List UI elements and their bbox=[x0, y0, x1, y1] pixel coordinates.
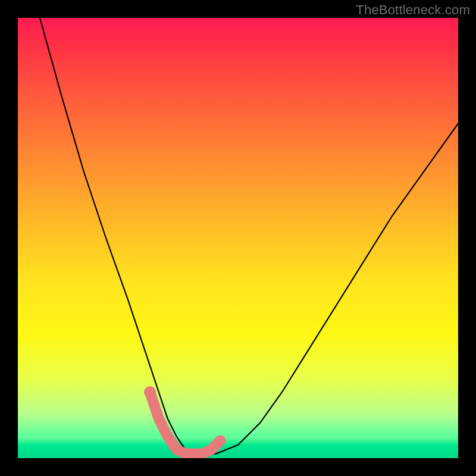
chart-frame: TheBottleneck.com bbox=[0, 0, 476, 476]
watermark-label: TheBottleneck.com bbox=[356, 2, 470, 18]
optimal-range-marker bbox=[150, 392, 220, 454]
marker-dot-icon bbox=[215, 435, 226, 446]
plot-area bbox=[18, 18, 458, 458]
chart-svg bbox=[18, 18, 458, 458]
bottleneck-curve bbox=[40, 18, 458, 454]
marker-dot-icon bbox=[144, 386, 156, 398]
